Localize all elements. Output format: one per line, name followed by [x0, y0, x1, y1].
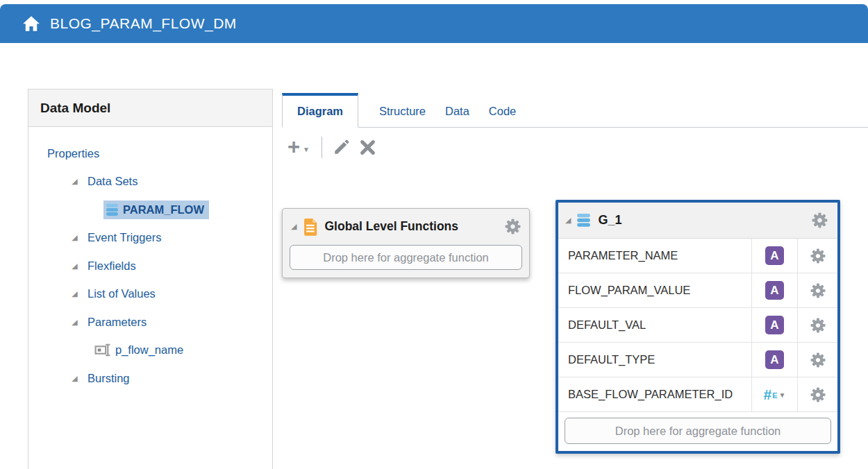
delete-x-icon[interactable]	[359, 139, 376, 156]
sidebar-item-list-of-values[interactable]: ◢ List of Values	[28, 280, 272, 309]
document-icon	[303, 218, 318, 236]
sidebar-item-bursting[interactable]: ◢ Bursting	[28, 364, 272, 393]
collapse-triangle-icon[interactable]: ◢	[69, 177, 80, 186]
field-name: BASE_FLOW_PARAMETER_ID	[558, 377, 751, 411]
field-gear-cell[interactable]	[797, 239, 837, 273]
sidebar-item-flexfields[interactable]: ◢ Flexfields	[28, 252, 272, 280]
add-dropdown-caret-icon[interactable]: ▼	[303, 146, 310, 153]
data-model-tree: Properties ◢ Data Sets PARAM_FLOW ◢ Even…	[28, 127, 272, 393]
dataset-database-icon	[106, 203, 119, 216]
field-row[interactable]: PARAMETER_NAME A	[558, 239, 837, 273]
parameter-icon	[94, 343, 111, 357]
g1-title: G_1	[598, 213, 812, 228]
gear-icon[interactable]	[810, 387, 826, 402]
sidebar-item-parameters[interactable]: ◢ Parameters	[28, 308, 272, 336]
gear-icon[interactable]	[810, 352, 826, 368]
collapse-triangle-icon[interactable]: ◢	[69, 262, 80, 271]
field-row[interactable]: DEFAULT_VAL A	[558, 308, 837, 343]
data-model-sidebar: Data Model Properties ◢ Data Sets PARAM_…	[28, 89, 273, 469]
sidebar-item-data-sets[interactable]: ◢ Data Sets	[28, 168, 272, 196]
field-row[interactable]: FLOW_PARAM_VALUE A	[558, 273, 837, 308]
field-gear-cell[interactable]	[797, 273, 837, 307]
field-row[interactable]: DEFAULT_TYPE A	[558, 343, 837, 377]
gear-icon[interactable]	[505, 219, 521, 235]
g1-header: ◢ G_1	[558, 203, 837, 239]
text-type-icon: A	[765, 316, 784, 334]
sidebar-item-event-triggers[interactable]: ◢ Event Triggers	[28, 224, 272, 253]
sidebar-item-param-flow[interactable]: PARAM_FLOW	[28, 196, 272, 224]
tab-diagram[interactable]: Diagram	[282, 93, 358, 128]
collapse-triangle-icon[interactable]: ◢	[69, 233, 80, 242]
field-gear-cell[interactable]	[797, 308, 837, 342]
collapse-triangle-icon[interactable]: ◢	[291, 222, 297, 231]
field-type-cell[interactable]: A	[751, 273, 797, 307]
global-level-functions-panel: ◢ Global Level Functions Drop here for a…	[282, 208, 530, 278]
field-gear-cell[interactable]	[797, 343, 837, 377]
sidebar-item-p-flow-name[interactable]: p_flow_name	[28, 336, 272, 365]
toolbar-divider	[322, 137, 322, 158]
field-type-cell[interactable]: A	[751, 239, 797, 273]
field-name: PARAMETER_NAME	[558, 239, 751, 273]
home-icon[interactable]	[22, 15, 40, 32]
gear-icon[interactable]	[810, 248, 826, 264]
g1-aggregate-drop-zone[interactable]: Drop here for aggregate function	[565, 418, 831, 444]
field-type-cell[interactable]: A	[751, 308, 797, 342]
collapse-triangle-icon[interactable]: ◢	[69, 318, 80, 327]
field-type-cell[interactable]: A	[751, 343, 797, 377]
global-aggregate-drop-zone[interactable]: Drop here for aggregate function	[290, 245, 522, 270]
gear-icon[interactable]	[812, 212, 828, 228]
tab-data[interactable]: Data	[435, 105, 479, 127]
sidebar-item-properties[interactable]: Properties	[28, 139, 272, 168]
gear-icon[interactable]	[810, 318, 826, 333]
selected-highlight[interactable]: PARAM_FLOW	[103, 201, 209, 219]
text-type-icon: A	[765, 281, 784, 300]
collapse-triangle-icon[interactable]: ◢	[565, 216, 571, 225]
global-functions-title: Global Level Functions	[324, 219, 505, 234]
field-gear-cell[interactable]	[797, 377, 837, 411]
field-row[interactable]: BASE_FLOW_PARAMETER_ID # E ▼	[558, 377, 837, 412]
text-type-icon: A	[765, 246, 784, 265]
sidebar-title: Data Model	[28, 89, 272, 127]
diagram-toolbar: + ▼	[287, 133, 385, 161]
collapse-triangle-icon[interactable]: ◢	[69, 374, 80, 383]
page-title: BLOG_PARAM_FLOW_DM	[50, 15, 237, 32]
gear-icon[interactable]	[810, 283, 826, 298]
editor-tabbar: Diagram Structure Data Code	[282, 93, 868, 128]
collapse-triangle-icon[interactable]: ◢	[69, 289, 80, 298]
group-database-icon	[576, 213, 591, 228]
edit-pencil-icon[interactable]	[333, 138, 351, 156]
app-header-bar: BLOG_PARAM_FLOW_DM	[0, 4, 868, 43]
number-type-icon[interactable]: # E ▼	[764, 388, 786, 402]
global-functions-header: ◢ Global Level Functions	[283, 209, 529, 244]
text-type-icon: A	[765, 350, 784, 369]
field-type-cell[interactable]: # E ▼	[751, 377, 797, 411]
add-icon[interactable]: +	[287, 137, 300, 157]
tab-structure[interactable]: Structure	[369, 105, 435, 127]
field-name: FLOW_PARAM_VALUE	[558, 273, 751, 307]
tab-code[interactable]: Code	[479, 105, 526, 127]
field-name: DEFAULT_VAL	[558, 308, 751, 342]
g1-dataset-panel[interactable]: ◢ G_1 PARAMETER_NAME A	[556, 200, 840, 454]
field-name: DEFAULT_TYPE	[558, 343, 751, 377]
type-dropdown-caret-icon[interactable]: ▼	[779, 391, 786, 399]
